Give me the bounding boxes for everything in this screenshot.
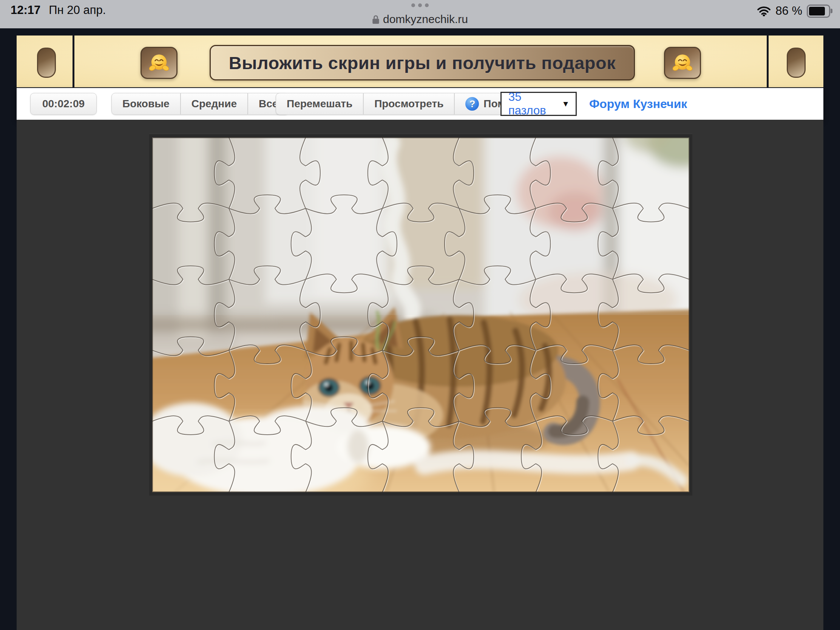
preview-button[interactable]: Просмотреть [363,93,455,115]
piece-filter-group: Боковые Средние Все [111,93,289,115]
filter-middles-button[interactable]: Средние [180,93,248,115]
puzzle-toolbar: 00:02:09 Боковые Средние Все Перемешать … [17,88,823,120]
status-date: Пн 20 апр. [49,3,106,17]
jigsaw-grid-overlay[interactable] [152,137,689,492]
url-text: domkyznechik.ru [383,13,468,26]
piece-count-select[interactable]: 35 пазлов ▼ [501,92,577,116]
puzzle-play-area [17,120,823,630]
address-bar[interactable]: domkyznechik.ru [372,13,468,26]
status-indicators: 86 % [757,4,830,18]
hugging-face-emoji-button-left[interactable] [141,47,177,79]
puzzle-board[interactable] [152,137,689,492]
ios-status-bar: 12:17Пн 20 апр. domkyznechik.ru 86 % [0,0,840,28]
lock-icon [372,14,380,25]
puzzle-frame [149,134,692,496]
banner-divider-right [767,35,769,87]
timer-value: 00:02:09 [42,98,85,110]
hugging-face-icon [148,52,170,74]
banner-title-plate: Выложить скрин игры и получить подарок [210,45,635,81]
battery-percent: 86 % [775,4,802,18]
game-banner: Выложить скрин игры и получить подарок [17,35,823,87]
tab-dots-icon[interactable] [411,3,429,7]
wifi-icon [757,6,771,16]
filter-edges-button[interactable]: Боковые [111,93,180,115]
chevron-down-icon: ▼ [562,99,570,108]
help-icon: ? [465,97,479,111]
banner-divider-left [73,35,74,87]
status-time-date: 12:17Пн 20 апр. [11,3,106,17]
shuffle-button[interactable]: Перемешать [276,93,363,115]
action-group: Перемешать Просмотреть ? Помощь [276,93,538,115]
piece-count-value: 35 пазлов [508,90,562,117]
status-time: 12:17 [11,3,40,17]
forum-link[interactable]: Форум Кузнечик [589,88,687,120]
hugging-face-emoji-button-right[interactable] [664,47,701,79]
puzzle-border [153,138,689,492]
banner-left-pill[interactable] [37,47,56,78]
banner-title: Выложить скрин игры и получить подарок [229,52,616,73]
timer-display: 00:02:09 [30,93,97,115]
battery-icon [807,5,830,18]
hugging-face-icon [672,52,693,74]
banner-right-pill[interactable] [787,47,805,78]
